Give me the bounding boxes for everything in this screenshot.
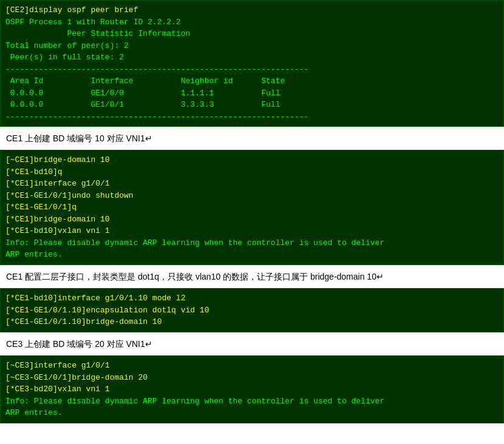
terminal-line: [*CE1-GE1/0/1]q [5,201,499,214]
terminal-line: [*CE3-bd20]vxlan vni 1 [5,383,499,395]
prose-1: CE1 上创建 BD 域编号 10 对应 VNI1↵ [0,127,504,150]
prose-3: CE3 上创建 BD 域编号 20 对应 VNI1↵ [0,332,504,355]
terminal-line: [~CE3-GE1/0/1]bridge-domain 20 [5,372,499,384]
terminal-line: ARP entries. [5,249,499,261]
terminal-line: [*CE1]bridge-domain 10 [5,214,499,226]
terminal-line: 0.0.0.0 GE1/0/0 1.1.1.1 Full [5,87,499,99]
terminal-line: [CE2]display ospf peer brief [5,4,499,16]
app-container: [CE2]display ospf peer briefOSPF Process… [0,0,504,423]
prose-text: CE1 配置二层子接口，封装类型是 dot1q，只接收 vlan10 的数据，让… [6,270,498,283]
terminal-line: [~CE3]interface g1/0/1 [5,360,499,372]
terminal-line: [*CE1-bd10]q [5,166,499,178]
terminal-1: [CE2]display ospf peer briefOSPF Process… [0,0,504,127]
terminal-line: Peer(s) in full state: 2 [5,52,499,64]
terminal-line: Info: Please disable dynamic ARP learnin… [5,395,499,408]
terminal-line: Area Id Interface Neighbor id State [5,75,499,87]
terminal-line: 0.0.0.0 GE1/0/1 3.3.3.3 Full [5,99,499,111]
terminal-2: [~CE1]bridge-domain 10[*CE1-bd10]q[*CE1]… [0,150,504,265]
terminal-line: Total number of peer(s): 2 [5,40,499,52]
terminal-line: [*CE1-GE1/0/1.10]encapsulation dotlq vid… [5,304,499,317]
prose-2: CE1 配置二层子接口，封装类型是 dot1q，只接收 vlan10 的数据，让… [0,265,504,288]
terminal-line: ARP entries. [5,407,499,419]
terminal-line: ----------------------------------------… [5,111,499,123]
prose-text: CE1 上创建 BD 域编号 10 对应 VNI1↵ [6,132,498,145]
prose-text: CE3 上创建 BD 域编号 20 对应 VNI1↵ [6,337,498,351]
terminal-line: [~CE1]bridge-domain 10 [5,154,499,166]
terminal-line: [*CE1-bd10]interface g1/0/1.10 mode l2 [5,292,499,304]
terminal-line: [*CE1-GE1/0/1.10]bridge-domain 10 [5,316,499,328]
terminal-line: [*CE1]interface g1/0/1 [5,178,499,190]
terminal-line: Peer Statistic Information [5,28,499,40]
terminal-line: [*CE1-bd10]vxlan vni 1 [5,225,499,237]
terminal-4: [~CE3]interface g1/0/1[~CE3-GE1/0/1]brid… [0,355,504,423]
terminal-3: [*CE1-bd10]interface g1/0/1.10 mode l2[*… [0,288,504,332]
terminal-line: Info: Please disable dynamic ARP learnin… [5,237,499,249]
terminal-line: ----------------------------------------… [5,64,499,76]
terminal-line: [*CE1-GE1/0/1]undo shutdown [5,190,499,202]
terminal-line: OSPF Process 1 with Router ID 2.2.2.2 [5,16,499,29]
